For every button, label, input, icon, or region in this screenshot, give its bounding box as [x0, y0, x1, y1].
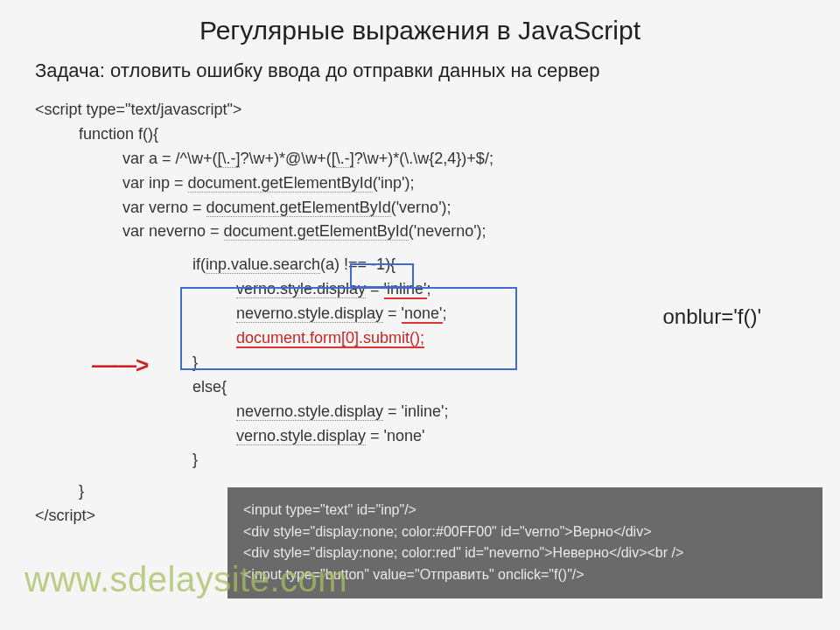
- code-line: else{: [35, 375, 814, 400]
- footer-line: <input type="text" id="inp"/>: [243, 500, 807, 522]
- code-line: verno.style.display = 'inline';: [35, 277, 814, 302]
- code-line: neverno.style.display = 'inline';: [35, 400, 814, 424]
- code-line: var a = /^\w+([\.-]?\w+)*@\w+([\.-]?\w+)…: [35, 147, 814, 172]
- footer-line: <div style="display:none; color:#00FF00"…: [243, 522, 807, 543]
- code-line: }: [35, 351, 814, 375]
- watermark: www.sdelaysite.com: [24, 560, 347, 599]
- code-line: if(inp.value.search(a) !== -1){: [35, 253, 814, 277]
- code-line: var verno = document.getElementById('ver…: [35, 196, 814, 220]
- code-line: document.form[0].submit();: [35, 326, 814, 351]
- code-line: var neverno = document.getElementById('n…: [35, 220, 814, 244]
- onblur-annotation: onblur='f()': [662, 304, 761, 329]
- code-line: var inp = document.getElementById('inp')…: [35, 172, 814, 196]
- code-line: }: [35, 448, 814, 472]
- code-line: <script type="text/javascript">: [35, 98, 814, 122]
- code-line: verno.style.display = 'none': [35, 424, 814, 449]
- slide-subtitle: Задача: отловить ошибку ввода до отправк…: [26, 60, 814, 82]
- code-line: function f(){: [35, 122, 814, 147]
- arrow-annotation: ——>: [92, 347, 148, 382]
- slide-title: Регулярные выражения в JavaScript: [26, 16, 814, 46]
